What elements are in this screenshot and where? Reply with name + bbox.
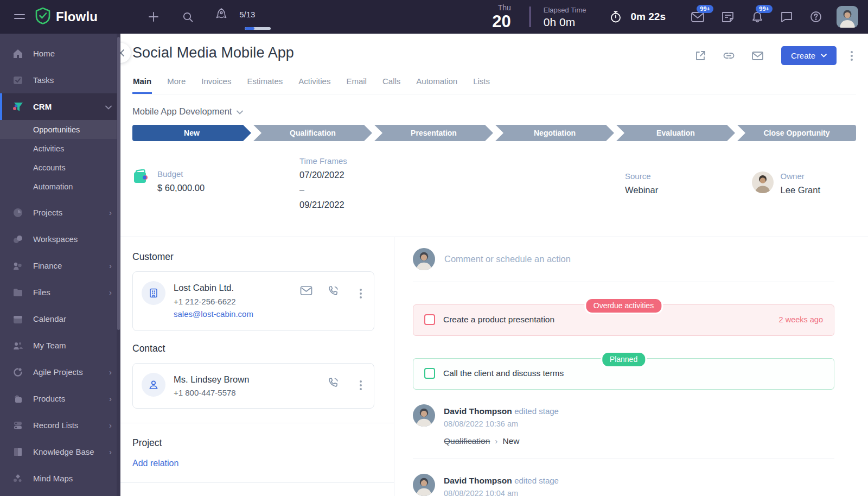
customer-options-icon[interactable]: [356, 284, 365, 303]
more-options-icon[interactable]: [847, 47, 856, 65]
budget-field[interactable]: Budget $ 60,000.00: [132, 169, 205, 193]
copy-link-icon[interactable]: [718, 46, 739, 66]
open-external-icon[interactable]: [691, 46, 711, 66]
pipeline-selector[interactable]: Mobile App Development: [132, 106, 243, 117]
calendar-date[interactable]: Thu 20: [492, 4, 510, 30]
customer-card[interactable]: Lost Cabin Ltd. +1 212-256-6622 sales@lo…: [132, 271, 374, 331]
sidebar-item-finance[interactable]: Finance ›: [0, 252, 120, 279]
sidebar-item-crm[interactable]: CRM: [0, 93, 120, 120]
timeframes-end: 09/21/2022: [299, 200, 347, 210]
contact-phone[interactable]: +1 800-447-5578: [174, 386, 318, 399]
tab-calls[interactable]: Calls: [382, 73, 401, 94]
sidebar-item-knowledge-base[interactable]: Knowledge Base ›: [0, 438, 120, 465]
owner-avatar: [752, 171, 774, 193]
timeframes-field[interactable]: Time Frames 07/20/2022 – 09/21/2022: [299, 156, 347, 215]
customer-phone[interactable]: +1 212-256-6622: [174, 295, 291, 308]
stage-negotiation[interactable]: Negotiation: [495, 125, 614, 141]
timer-value: 0m 22s: [631, 11, 666, 23]
contact-name[interactable]: Ms. Lindsey Brown: [174, 373, 318, 387]
chat-icon[interactable]: [777, 7, 796, 27]
chevron-right-icon: ›: [109, 288, 112, 297]
sidebar-item-record-lists[interactable]: Record Lists ›: [0, 412, 120, 438]
tab-main[interactable]: Main: [132, 73, 152, 94]
sidebar-item-products[interactable]: Products ›: [0, 385, 120, 412]
sidebar-item-tasks[interactable]: Tasks: [0, 67, 120, 93]
stopwatch-icon: [606, 7, 626, 27]
stage-evaluation[interactable]: Evaluation: [616, 125, 735, 141]
event-action: edited stage: [514, 476, 559, 485]
task-checkbox[interactable]: [424, 368, 435, 379]
finance-icon: [12, 260, 24, 272]
stage-new[interactable]: New: [132, 125, 251, 141]
task-checkbox[interactable]: [424, 314, 435, 325]
wallet-icon: [132, 169, 149, 193]
sidebar-item-mind-maps[interactable]: Mind Maps: [0, 465, 120, 492]
chevron-right-icon: ›: [109, 367, 112, 377]
call-icon[interactable]: [327, 284, 340, 298]
add-relation-link[interactable]: Add relation: [132, 459, 178, 468]
sidebar-item-opportunities[interactable]: Opportunities: [0, 120, 120, 139]
sidebar-scrollbar[interactable]: [117, 34, 120, 496]
sidebar-item-home[interactable]: Home: [0, 40, 120, 67]
current-user-avatar: [413, 248, 435, 270]
owner-name: Lee Grant: [781, 185, 820, 195]
tab-lists[interactable]: Lists: [473, 73, 490, 94]
stage-close-opportunity[interactable]: Close Opportunity: [737, 125, 856, 141]
customer-name[interactable]: Lost Cabin Ltd.: [174, 281, 291, 295]
create-button[interactable]: Create: [781, 46, 837, 65]
tab-bar: Main More Invoices Estimates Activities …: [132, 73, 856, 94]
sidebar-item-activities[interactable]: Activities: [0, 139, 120, 158]
sidebar-item-calendar[interactable]: Calendar: [0, 306, 120, 332]
tab-invoices[interactable]: Invoices: [201, 73, 232, 94]
event-action: edited stage: [514, 406, 559, 416]
flowlu-logo[interactable]: Flowlu: [35, 7, 98, 27]
hamburger-menu-icon[interactable]: [11, 10, 28, 24]
owner-field[interactable]: Owner Lee Grant: [752, 171, 820, 195]
task-title[interactable]: Call the client and discuss terms: [443, 368, 823, 378]
search-icon[interactable]: [179, 8, 197, 26]
project-heading: Project: [132, 437, 374, 449]
sidebar-item-automation[interactable]: Automation: [0, 177, 120, 196]
tab-more[interactable]: More: [167, 73, 186, 94]
stage-presentation[interactable]: Presentation: [374, 125, 493, 141]
contact-options-icon[interactable]: [356, 376, 365, 395]
sidebar-item-accounts[interactable]: Accounts: [0, 158, 120, 177]
notifications-bell-icon[interactable]: 99+: [748, 7, 767, 27]
budget-value: $ 60,000.00: [157, 183, 205, 193]
tab-activities[interactable]: Activities: [298, 73, 331, 94]
sidebar-item-my-team[interactable]: My Team: [0, 332, 120, 359]
send-email-icon[interactable]: [747, 46, 768, 66]
add-icon[interactable]: [144, 8, 163, 26]
inbox-icon[interactable]: 99+: [687, 7, 708, 27]
contact-card[interactable]: Ms. Lindsey Brown +1 800-447-5578: [132, 363, 374, 409]
sidebar-item-projects[interactable]: Projects ›: [0, 199, 120, 226]
source-field[interactable]: Source Webinar: [625, 171, 658, 195]
stage-qualification[interactable]: Qualification: [253, 125, 372, 141]
task-due-time: 2 weeks ago: [779, 315, 823, 324]
tab-estimates[interactable]: Estimates: [246, 73, 283, 94]
tab-email[interactable]: Email: [346, 73, 367, 94]
sidebar-scrollbar-thumb[interactable]: [117, 37, 120, 330]
sidebar-item-workspaces[interactable]: Workspaces: [0, 226, 120, 252]
event-user-name[interactable]: David Thompson: [444, 406, 512, 416]
stage-from: Qualification: [444, 435, 490, 447]
notes-icon[interactable]: [718, 7, 738, 27]
flowlu-logo-icon: [35, 7, 51, 27]
onboarding-progress[interactable]: 5/13: [211, 4, 271, 30]
sidebar-item-agile-projects[interactable]: Agile Projects ›: [0, 359, 120, 385]
help-icon[interactable]: [806, 7, 826, 27]
elapsed-time[interactable]: Elapsed Time 0h 0m: [544, 7, 586, 28]
customer-email-link[interactable]: sales@lost-cabin.com: [174, 308, 253, 320]
tab-automation[interactable]: Automation: [416, 73, 458, 94]
task-title[interactable]: Create a product presentation: [443, 315, 771, 325]
user-avatar[interactable]: [837, 6, 858, 28]
timer[interactable]: 0m 22s: [606, 7, 666, 27]
email-icon[interactable]: [299, 284, 314, 297]
event-user-name[interactable]: David Thompson: [444, 476, 512, 485]
activity-feed: Comment or schedule an action Overdue ac…: [394, 237, 868, 496]
comment-input[interactable]: Comment or schedule an action: [413, 248, 834, 270]
chevron-right-icon: ›: [109, 421, 112, 430]
chevron-down-icon: [237, 106, 243, 117]
sidebar-item-files[interactable]: Files ›: [0, 279, 120, 306]
call-icon[interactable]: [327, 376, 340, 390]
